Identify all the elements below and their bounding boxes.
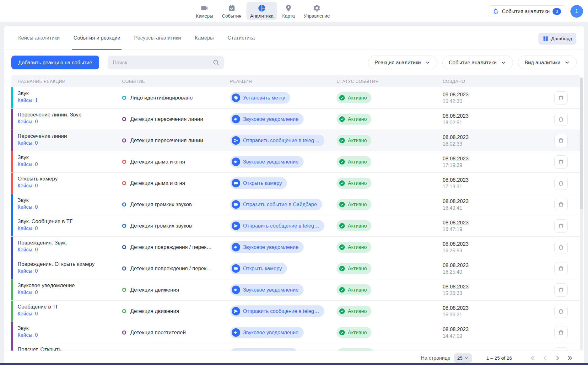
- cases-link[interactable]: Кейсы: 0: [18, 204, 38, 210]
- search-input[interactable]: [108, 56, 224, 69]
- table-row: Повреждения. Звук. Кейсы: 0 Детекция пов…: [11, 237, 580, 258]
- reaction-chip[interactable]: Отправить сообщение в teleg…: [230, 220, 324, 232]
- dashboard-button[interactable]: Дашборд: [538, 33, 576, 45]
- check-circle-icon: [339, 244, 345, 250]
- created-cell: 09.08.2023 15:42:30: [443, 92, 542, 104]
- delete-button[interactable]: [554, 155, 568, 169]
- created-date: 08.08.2023: [443, 305, 542, 311]
- cases-link[interactable]: Кейсы: 0: [18, 119, 38, 125]
- event-name: Детекция повреждения / перек…: [130, 266, 212, 272]
- tab-cases[interactable]: Кейсы аналитики: [18, 26, 60, 50]
- delete-button[interactable]: [554, 113, 568, 126]
- tab-cameras[interactable]: Камеры: [194, 26, 214, 50]
- nav-item-cameras[interactable]: Камеры: [192, 2, 217, 20]
- reaction-chip[interactable]: Отразить событие в Сайдбаре: [230, 199, 322, 210]
- nav-item-events[interactable]: События: [218, 2, 245, 20]
- filter-dropdown-view[interactable]: Вид аналитики: [518, 56, 577, 69]
- topbar-right: События аналитики 0 1: [488, 0, 583, 23]
- reaction-chip-label: Установить метку: [243, 95, 285, 101]
- column-header: НАЗВАНИЕ РЕАКЦИИ: [18, 79, 122, 84]
- speaker-icon: [232, 115, 240, 123]
- prev-page-button[interactable]: [541, 354, 549, 362]
- delete-button[interactable]: [554, 177, 568, 190]
- event-name: Детекция дыма и огня: [130, 180, 185, 186]
- cases-link[interactable]: Кейсы: 0: [18, 268, 38, 274]
- reaction-chip[interactable]: Отправить сообщение в teleg…: [230, 305, 324, 317]
- event-cell: Детекция пересечения линии: [122, 116, 230, 122]
- reaction-cell: Отправить сообщение в teleg…: [230, 135, 337, 146]
- event-name: Детекция движения: [130, 287, 179, 293]
- event-name: Детекция посетителей: [130, 330, 186, 336]
- reaction-cell: Звуковое уведомление: [230, 113, 337, 125]
- trash-icon: [558, 287, 564, 293]
- speaker-icon: [232, 286, 240, 294]
- analytics-events-label: События аналитики: [502, 8, 550, 14]
- delete-button[interactable]: [554, 198, 568, 211]
- search-box: [108, 56, 224, 69]
- first-page-icon: [529, 355, 536, 362]
- delete-button[interactable]: [554, 283, 568, 297]
- scrollbar-thumb[interactable]: [580, 78, 583, 209]
- nav-item-analytics[interactable]: Аналитика: [246, 2, 277, 20]
- reaction-chip[interactable]: Открыть камеру: [230, 177, 287, 189]
- cases-link[interactable]: Кейсы: 0: [18, 311, 38, 317]
- delete-button[interactable]: [554, 305, 568, 318]
- reaction-chip[interactable]: Отправить сообщение в teleg…: [230, 135, 324, 146]
- delete-cell: [542, 91, 580, 105]
- scrollbar[interactable]: [580, 78, 583, 350]
- reaction-chip[interactable]: Звуковое уведомление: [230, 241, 304, 253]
- tab-resources[interactable]: Ресурсы аналитики: [133, 26, 181, 50]
- nav-item-map[interactable]: Карта: [278, 2, 299, 20]
- first-page-button[interactable]: [528, 354, 537, 362]
- cases-link[interactable]: Кейсы: 0: [18, 247, 38, 253]
- filter-dropdown-reaction[interactable]: Реакция аналитики: [368, 56, 437, 69]
- cases-link[interactable]: Кейсы: 0: [18, 183, 38, 189]
- reaction-chip[interactable]: Звуковое уведомление: [230, 156, 304, 168]
- reaction-cell: Установить метку: [230, 92, 337, 104]
- created-cell: 08.08.2023 15:36:21: [443, 305, 542, 318]
- created-time: 16:49:41: [443, 205, 542, 211]
- reaction-name-cell: Звук Кейсы: 1: [18, 87, 122, 103]
- reaction-chip[interactable]: Звуковое уведомление: [230, 113, 304, 125]
- last-page-button[interactable]: [566, 354, 574, 362]
- cases-link[interactable]: Кейсы: 0: [18, 290, 38, 295]
- analytics-events-button[interactable]: События аналитики 0: [488, 5, 565, 17]
- created-cell: 08.08.2023 16:25:40: [443, 262, 542, 275]
- cases-link[interactable]: Кейсы: 0: [18, 140, 38, 146]
- reaction-chip[interactable]: Звуковое уведомление: [230, 327, 304, 338]
- delete-button[interactable]: [554, 326, 568, 339]
- add-reaction-button[interactable]: Добавить реакцию на событие: [11, 56, 99, 69]
- filter-dropdown-event[interactable]: Событие аналитики: [442, 56, 513, 69]
- reaction-name: Звуковое уведомление: [18, 282, 122, 289]
- nav-item-management[interactable]: Управление: [300, 2, 333, 20]
- delete-button[interactable]: [554, 91, 568, 105]
- reaction-name-cell: Повреждения. Звук. Кейсы: 0: [18, 237, 122, 253]
- table-row: Звуковое уведомление Кейсы: 0 Детекция д…: [11, 279, 580, 301]
- created-date: 08.08.2023: [443, 241, 542, 247]
- next-page-button[interactable]: [553, 354, 562, 362]
- tab-reactions[interactable]: События и реакции: [73, 26, 121, 50]
- reaction-chip[interactable]: Звуковое уведомление: [230, 284, 304, 296]
- cases-link[interactable]: Кейсы: 0: [18, 226, 38, 231]
- reaction-chip-label: Открыть камеру: [243, 266, 282, 271]
- delete-button[interactable]: [554, 134, 568, 147]
- nav-item-label: Карта: [282, 13, 295, 19]
- reaction-chip[interactable]: Открыть камеру: [230, 263, 287, 274]
- delete-button[interactable]: [554, 219, 568, 233]
- event-name: Детекция пересечения линии: [130, 137, 203, 144]
- created-date: 08.08.2023: [443, 113, 542, 119]
- reaction-name: Повреждения. Открыть камеру: [18, 261, 122, 267]
- cases-link[interactable]: Кейсы: 0: [18, 332, 38, 338]
- row-color-strip: [11, 130, 13, 151]
- reaction-chip[interactable]: Установить метку: [230, 92, 290, 104]
- avatar[interactable]: 1: [570, 5, 583, 18]
- tab-statistics[interactable]: Статистика: [227, 26, 256, 50]
- cases-link[interactable]: Кейсы: 1: [18, 98, 38, 103]
- cases-link[interactable]: Кейсы: 0: [18, 162, 38, 167]
- delete-button[interactable]: [554, 262, 568, 275]
- gear-icon: [313, 4, 321, 12]
- delete-cell: [542, 219, 580, 233]
- delete-button[interactable]: [554, 241, 568, 254]
- telegram-icon: [232, 222, 240, 230]
- page-size-select[interactable]: 25: [454, 353, 472, 363]
